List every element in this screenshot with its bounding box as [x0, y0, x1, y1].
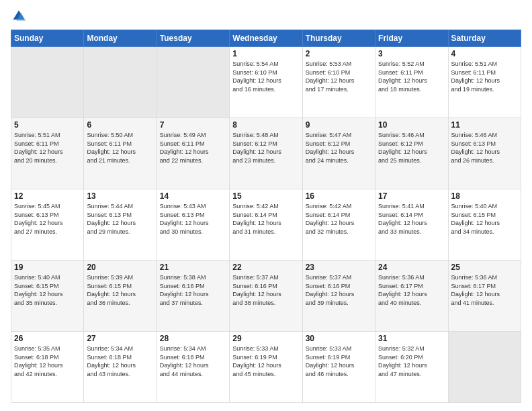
calendar-cell [448, 332, 521, 403]
calendar-week-row: 5Sunrise: 5:51 AM Sunset: 6:11 PM Daylig… [11, 118, 521, 189]
day-number: 22 [232, 263, 299, 272]
calendar-cell: 22Sunrise: 5:37 AM Sunset: 6:16 PM Dayli… [230, 261, 302, 332]
day-number: 2 [306, 49, 372, 58]
calendar-cell: 18Sunrise: 5:40 AM Sunset: 6:15 PM Dayli… [448, 189, 521, 261]
day-number: 16 [306, 191, 372, 201]
day-info: Sunrise: 5:46 AM Sunset: 6:12 PM Dayligh… [378, 131, 445, 165]
day-info: Sunrise: 5:53 AM Sunset: 6:10 PM Dayligh… [306, 60, 372, 93]
day-info: Sunrise: 5:33 AM Sunset: 6:19 PM Dayligh… [232, 345, 299, 378]
calendar-week-row: 1Sunrise: 5:54 AM Sunset: 6:10 PM Daylig… [11, 47, 521, 118]
calendar-cell: 24Sunrise: 5:36 AM Sunset: 6:17 PM Dayli… [375, 261, 448, 332]
day-number: 31 [378, 334, 445, 343]
weekday-header-tuesday: Tuesday [157, 30, 229, 47]
day-info: Sunrise: 5:47 AM Sunset: 6:12 PM Dayligh… [306, 131, 372, 165]
day-number: 28 [160, 334, 226, 343]
day-info: Sunrise: 5:40 AM Sunset: 6:15 PM Dayligh… [14, 273, 81, 307]
logo-icon [11, 8, 27, 24]
day-info: Sunrise: 5:41 AM Sunset: 6:14 PM Dayligh… [378, 202, 445, 236]
calendar-cell: 21Sunrise: 5:38 AM Sunset: 6:16 PM Dayli… [157, 261, 229, 332]
day-info: Sunrise: 5:33 AM Sunset: 6:19 PM Dayligh… [306, 345, 372, 378]
weekday-header-monday: Monday [84, 30, 157, 47]
day-number: 11 [451, 120, 518, 130]
day-number: 20 [87, 263, 153, 272]
weekday-header-friday: Friday [375, 30, 448, 47]
day-info: Sunrise: 5:40 AM Sunset: 6:15 PM Dayligh… [451, 202, 518, 236]
calendar-cell: 19Sunrise: 5:40 AM Sunset: 6:15 PM Dayli… [11, 261, 84, 332]
day-info: Sunrise: 5:34 AM Sunset: 6:18 PM Dayligh… [160, 345, 226, 378]
calendar-cell: 20Sunrise: 5:39 AM Sunset: 6:15 PM Dayli… [84, 261, 157, 332]
weekday-header-row: SundayMondayTuesdayWednesdayThursdayFrid… [11, 30, 521, 47]
weekday-header-wednesday: Wednesday [230, 30, 302, 47]
calendar-cell: 8Sunrise: 5:48 AM Sunset: 6:12 PM Daylig… [230, 118, 302, 189]
calendar-cell: 16Sunrise: 5:42 AM Sunset: 6:14 PM Dayli… [302, 189, 375, 261]
day-number: 9 [306, 120, 372, 130]
day-number: 8 [232, 120, 299, 130]
day-number: 5 [14, 120, 81, 130]
day-number: 21 [160, 263, 226, 272]
day-number: 3 [378, 49, 445, 58]
calendar-cell [157, 47, 229, 118]
day-info: Sunrise: 5:37 AM Sunset: 6:16 PM Dayligh… [232, 273, 299, 307]
calendar-cell: 15Sunrise: 5:42 AM Sunset: 6:14 PM Dayli… [230, 189, 302, 261]
day-number: 1 [232, 49, 299, 58]
calendar-cell: 23Sunrise: 5:37 AM Sunset: 6:16 PM Dayli… [302, 261, 375, 332]
day-info: Sunrise: 5:32 AM Sunset: 6:20 PM Dayligh… [378, 345, 445, 378]
day-info: Sunrise: 5:44 AM Sunset: 6:13 PM Dayligh… [87, 202, 153, 236]
day-number: 14 [160, 191, 226, 201]
day-number: 7 [160, 120, 226, 130]
day-info: Sunrise: 5:34 AM Sunset: 6:18 PM Dayligh… [87, 345, 153, 378]
calendar-cell: 12Sunrise: 5:45 AM Sunset: 6:13 PM Dayli… [11, 189, 84, 261]
day-number: 19 [14, 263, 81, 272]
day-number: 15 [232, 191, 299, 201]
calendar-cell: 29Sunrise: 5:33 AM Sunset: 6:19 PM Dayli… [230, 332, 302, 403]
day-info: Sunrise: 5:38 AM Sunset: 6:16 PM Dayligh… [160, 273, 226, 307]
calendar-week-row: 19Sunrise: 5:40 AM Sunset: 6:15 PM Dayli… [11, 261, 521, 332]
day-info: Sunrise: 5:42 AM Sunset: 6:14 PM Dayligh… [232, 202, 299, 236]
calendar-cell [11, 47, 84, 118]
day-info: Sunrise: 5:51 AM Sunset: 6:11 PM Dayligh… [14, 131, 81, 165]
calendar-week-row: 12Sunrise: 5:45 AM Sunset: 6:13 PM Dayli… [11, 189, 521, 261]
calendar-cell: 3Sunrise: 5:52 AM Sunset: 6:11 PM Daylig… [375, 47, 448, 118]
calendar-cell [84, 47, 157, 118]
day-info: Sunrise: 5:36 AM Sunset: 6:17 PM Dayligh… [378, 273, 445, 307]
day-number: 12 [14, 191, 81, 201]
calendar-cell: 28Sunrise: 5:34 AM Sunset: 6:18 PM Dayli… [157, 332, 229, 403]
day-number: 25 [451, 263, 518, 272]
day-number: 23 [306, 263, 372, 272]
calendar-cell: 5Sunrise: 5:51 AM Sunset: 6:11 PM Daylig… [11, 118, 84, 189]
calendar-cell: 4Sunrise: 5:51 AM Sunset: 6:11 PM Daylig… [448, 47, 521, 118]
day-number: 18 [451, 191, 518, 201]
calendar-cell: 14Sunrise: 5:43 AM Sunset: 6:13 PM Dayli… [157, 189, 229, 261]
calendar-cell: 13Sunrise: 5:44 AM Sunset: 6:13 PM Dayli… [84, 189, 157, 261]
calendar-cell: 31Sunrise: 5:32 AM Sunset: 6:20 PM Dayli… [375, 332, 448, 403]
logo [11, 8, 30, 24]
calendar-cell: 25Sunrise: 5:36 AM Sunset: 6:17 PM Dayli… [448, 261, 521, 332]
day-number: 24 [378, 263, 445, 272]
day-number: 17 [378, 191, 445, 201]
day-number: 13 [87, 191, 153, 201]
day-info: Sunrise: 5:45 AM Sunset: 6:13 PM Dayligh… [14, 202, 81, 236]
calendar-cell: 27Sunrise: 5:34 AM Sunset: 6:18 PM Dayli… [84, 332, 157, 403]
day-info: Sunrise: 5:42 AM Sunset: 6:14 PM Dayligh… [306, 202, 372, 236]
weekday-header-saturday: Saturday [448, 30, 521, 47]
day-info: Sunrise: 5:35 AM Sunset: 6:18 PM Dayligh… [14, 345, 81, 378]
day-info: Sunrise: 5:36 AM Sunset: 6:17 PM Dayligh… [451, 273, 518, 307]
day-number: 4 [451, 49, 518, 58]
weekday-header-thursday: Thursday [302, 30, 375, 47]
calendar-cell: 1Sunrise: 5:54 AM Sunset: 6:10 PM Daylig… [230, 47, 302, 118]
day-number: 29 [232, 334, 299, 343]
day-number: 30 [306, 334, 372, 343]
day-number: 26 [14, 334, 81, 343]
calendar-cell: 9Sunrise: 5:47 AM Sunset: 6:12 PM Daylig… [302, 118, 375, 189]
calendar-week-row: 26Sunrise: 5:35 AM Sunset: 6:18 PM Dayli… [11, 332, 521, 403]
calendar-cell: 26Sunrise: 5:35 AM Sunset: 6:18 PM Dayli… [11, 332, 84, 403]
day-info: Sunrise: 5:46 AM Sunset: 6:13 PM Dayligh… [451, 131, 518, 165]
calendar-header: SundayMondayTuesdayWednesdayThursdayFrid… [11, 30, 521, 47]
day-number: 6 [87, 120, 153, 130]
day-info: Sunrise: 5:51 AM Sunset: 6:11 PM Dayligh… [451, 60, 518, 93]
calendar-table: SundayMondayTuesdayWednesdayThursdayFrid… [11, 30, 521, 403]
calendar-body: 1Sunrise: 5:54 AM Sunset: 6:10 PM Daylig… [11, 47, 521, 403]
calendar-cell: 11Sunrise: 5:46 AM Sunset: 6:13 PM Dayli… [448, 118, 521, 189]
header [11, 8, 521, 24]
day-info: Sunrise: 5:52 AM Sunset: 6:11 PM Dayligh… [378, 60, 445, 93]
